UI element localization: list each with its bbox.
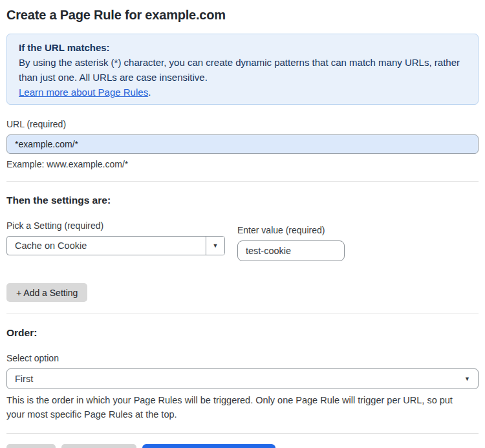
divider xyxy=(6,314,479,314)
info-box-link-row: Learn more about Page Rules. xyxy=(19,85,466,100)
setting-label: Pick a Setting (required) xyxy=(6,220,225,231)
add-setting-button[interactable]: + Add a Setting xyxy=(6,283,87,302)
info-box-heading: If the URL matches: xyxy=(19,40,466,55)
chevron-down-icon: ▼ xyxy=(464,376,470,382)
url-example-text: Example: www.example.com/* xyxy=(6,159,479,169)
settings-row: Pick a Setting (required) Cache on Cooki… xyxy=(6,220,479,261)
setting-column: Pick a Setting (required) Cache on Cooki… xyxy=(6,220,225,261)
order-help-text: This is the order in which your Page Rul… xyxy=(6,393,467,421)
url-input[interactable] xyxy=(6,134,479,154)
save-as-draft-button[interactable]: Save as Draft xyxy=(61,444,137,448)
setting-select-value: Cache on Cookie xyxy=(7,237,206,255)
url-matches-info-box: If the URL matches: By using the asteris… xyxy=(6,34,479,105)
order-heading: Order: xyxy=(6,327,479,339)
setting-value-input[interactable] xyxy=(237,240,345,261)
value-column: Enter value (required) xyxy=(237,225,345,261)
cancel-button[interactable]: Cancel xyxy=(6,444,56,448)
order-select-value: First xyxy=(15,374,33,384)
chevron-down-icon[interactable]: ▼ xyxy=(206,237,224,255)
url-label: URL (required) xyxy=(6,119,479,129)
save-and-deploy-button[interactable]: Save and Deploy Page Rule xyxy=(142,444,275,448)
link-suffix: . xyxy=(148,87,151,98)
setting-select[interactable]: Cache on Cookie ▼ xyxy=(6,236,225,255)
divider xyxy=(6,181,479,182)
value-label: Enter value (required) xyxy=(237,225,345,235)
order-select-label: Select option xyxy=(6,353,479,363)
learn-more-link[interactable]: Learn more about Page Rules xyxy=(19,87,148,98)
info-box-body: By using the asterisk (*) character, you… xyxy=(19,55,466,85)
settings-heading: Then the settings are: xyxy=(6,195,479,206)
divider xyxy=(6,433,479,434)
order-select[interactable]: First ▼ xyxy=(6,368,479,389)
page-title: Create a Page Rule for example.com xyxy=(6,8,479,23)
footer-actions: Cancel Save as Draft Save and Deploy Pag… xyxy=(6,444,479,448)
